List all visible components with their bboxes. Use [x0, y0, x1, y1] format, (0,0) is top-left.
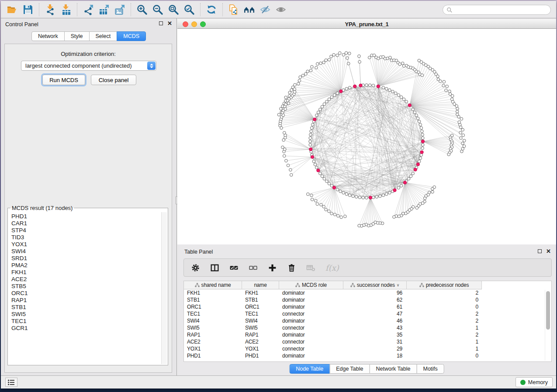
task-history-button[interactable]	[5, 378, 17, 387]
close-panel-button[interactable]: Close panel	[91, 75, 136, 85]
cell-name[interactable]: RAP1	[242, 332, 279, 338]
cell-successor-nodes[interactable]: 31	[343, 339, 407, 345]
tab-select[interactable]: Select	[89, 31, 118, 41]
mcds-result-item[interactable]: TEC1	[11, 318, 161, 325]
mcds-result-item[interactable]: ACE2	[11, 276, 161, 283]
mcds-result-item[interactable]: TID3	[11, 234, 161, 241]
run-mcds-button[interactable]: Run MCDS	[42, 75, 85, 85]
mcds-result-item[interactable]: YOX1	[11, 241, 161, 248]
table-row[interactable]: PHD1PHD1dominator180	[184, 352, 544, 359]
delete-table-icon[interactable]	[306, 263, 315, 272]
cell-successor-nodes[interactable]: 62	[343, 297, 407, 303]
deselect-all-icon[interactable]	[249, 263, 258, 272]
export-table-icon[interactable]	[97, 3, 111, 16]
add-column-icon[interactable]	[268, 263, 277, 272]
search-input[interactable]	[453, 5, 550, 14]
mcds-result-item[interactable]: FKH1	[11, 269, 161, 276]
tab-node-table[interactable]: Node Table	[289, 364, 330, 374]
network-graph[interactable]	[177, 29, 556, 244]
cell-predecessor-nodes[interactable]: 2	[407, 311, 482, 317]
optimization-criterion-select[interactable]: largest connected component (undirected)	[21, 61, 156, 71]
cell-MCDS-role[interactable]: dominator	[279, 290, 343, 296]
import-table-icon[interactable]	[59, 3, 73, 16]
tab-network[interactable]: Network	[31, 31, 65, 41]
cell-MCDS-role[interactable]: dominator	[279, 332, 343, 338]
cell-predecessor-nodes[interactable]: 2	[407, 332, 482, 338]
mcds-result-item[interactable]: PMA2	[11, 262, 161, 269]
export-image-icon[interactable]	[113, 3, 126, 16]
zoom-in-icon[interactable]	[135, 3, 149, 16]
cell-name[interactable]: TEC1	[242, 311, 279, 317]
cell-shared-name[interactable]: ORC1	[184, 304, 242, 310]
table-scrollbar[interactable]	[545, 290, 551, 361]
duplicate-network-icon[interactable]	[227, 3, 240, 16]
mcds-result-item[interactable]: GCR1	[11, 325, 161, 332]
search-box[interactable]	[443, 5, 551, 15]
mcds-result-item[interactable]: STP4	[11, 227, 161, 234]
tab-motifs[interactable]: Motifs	[416, 364, 444, 374]
cell-predecessor-nodes[interactable]: 1	[407, 325, 482, 331]
cell-shared-name[interactable]: SWI4	[184, 318, 242, 324]
table-row[interactable]: ORC1ORC1dominator610	[184, 303, 544, 310]
import-network-icon[interactable]	[44, 3, 57, 16]
table-settings-icon[interactable]	[191, 263, 200, 272]
cell-predecessor-nodes[interactable]: 1	[407, 346, 482, 352]
cell-name[interactable]: ORC1	[242, 304, 279, 310]
column-visibility-icon[interactable]	[210, 263, 219, 272]
cell-predecessor-nodes[interactable]: 0	[407, 297, 482, 303]
cell-shared-name[interactable]: SWI5	[184, 325, 242, 331]
tab-network-table[interactable]: Network Table	[370, 364, 417, 374]
close-panel-icon[interactable]: ✕	[167, 21, 172, 26]
zoom-selected-icon[interactable]	[183, 3, 196, 16]
cell-shared-name[interactable]: PHD1	[184, 353, 242, 359]
network-canvas[interactable]	[177, 29, 556, 244]
export-network-icon[interactable]	[82, 3, 95, 16]
cell-name[interactable]: STB1	[242, 297, 279, 303]
network-window-titlebar[interactable]: YPA_prune.txt_1	[177, 19, 556, 29]
mcds-result-item[interactable]: SWI4	[11, 248, 161, 255]
cell-MCDS-role[interactable]: connector	[279, 311, 343, 317]
cell-predecessor-nodes[interactable]: 2	[407, 290, 482, 296]
cell-MCDS-role[interactable]: dominator	[279, 318, 343, 324]
cell-predecessor-nodes[interactable]: 2	[407, 318, 482, 324]
show-all-icon[interactable]	[274, 3, 287, 16]
mcds-result-item[interactable]: SRD1	[11, 255, 161, 262]
cell-successor-nodes[interactable]: 29	[343, 346, 407, 352]
table-row[interactable]: ACE2ACE2connector311	[184, 338, 544, 345]
cell-name[interactable]: PHD1	[242, 353, 279, 359]
open-file-icon[interactable]	[6, 3, 19, 16]
table-row[interactable]: RAP1RAP1dominator352	[184, 331, 544, 338]
mcds-result-item[interactable]: PHD1	[11, 213, 161, 220]
cell-MCDS-role[interactable]: dominator	[279, 297, 343, 303]
cell-predecessor-nodes[interactable]: 1	[407, 339, 482, 345]
mcds-result-item[interactable]: STB5	[11, 283, 161, 290]
mcds-result-item[interactable]: RAP1	[11, 297, 161, 304]
memory-button[interactable]: Memory	[515, 377, 553, 387]
cell-shared-name[interactable]: YOX1	[184, 346, 242, 352]
table-row[interactable]: STB1STB1dominator620	[184, 296, 544, 303]
hide-selected-icon[interactable]	[259, 3, 272, 16]
cell-MCDS-role[interactable]: dominator	[279, 353, 343, 359]
column-header-predecessor-nodes[interactable]: predecessor nodes	[407, 281, 482, 289]
table-scrollbar-thumb[interactable]	[546, 291, 550, 330]
function-builder-icon[interactable]: f(x)	[325, 263, 339, 272]
mcds-result-list[interactable]: PHD1CAR1STP4TID3YOX1SWI4SRD1PMA2FKH1ACE2…	[9, 212, 161, 364]
cell-shared-name[interactable]: TEC1	[184, 311, 242, 317]
cell-shared-name[interactable]: ACE2	[184, 339, 242, 345]
cell-name[interactable]: FKH1	[242, 290, 279, 296]
save-session-icon[interactable]	[21, 3, 35, 16]
cell-name[interactable]: SWI5	[242, 325, 279, 331]
table-row[interactable]: FKH1FKH1dominator962	[184, 289, 544, 296]
cell-name[interactable]: ACE2	[242, 339, 279, 345]
zoom-out-icon[interactable]	[151, 3, 164, 16]
cell-successor-nodes[interactable]: 35	[343, 332, 407, 338]
cell-successor-nodes[interactable]: 18	[343, 353, 407, 359]
cell-successor-nodes[interactable]: 61	[343, 304, 407, 310]
close-table-panel-icon[interactable]: ✕	[546, 249, 551, 254]
zoom-fit-icon[interactable]	[167, 3, 180, 16]
cell-shared-name[interactable]: STB1	[184, 297, 242, 303]
cell-shared-name[interactable]: RAP1	[184, 332, 242, 338]
mcds-result-item[interactable]: ORC1	[11, 290, 161, 297]
cell-successor-nodes[interactable]: 46	[343, 318, 407, 324]
cell-MCDS-role[interactable]: connector	[279, 325, 343, 331]
